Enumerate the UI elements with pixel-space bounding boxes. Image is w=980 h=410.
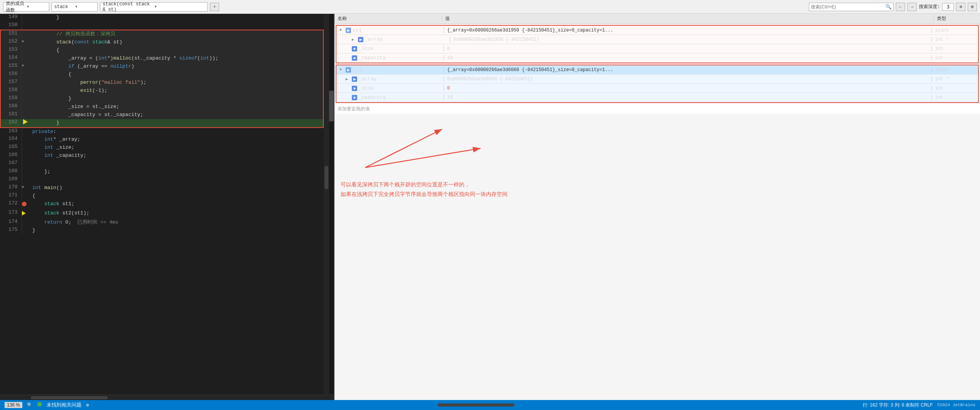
horizontal-scrollbar[interactable] bbox=[0, 395, 334, 400]
table-row: 164 int* _array; bbox=[0, 136, 323, 144]
svg-line-1 bbox=[365, 129, 442, 168]
h-scroll-thumb[interactable] bbox=[31, 396, 108, 399]
table-row: 166 int _capacity; bbox=[0, 152, 323, 160]
code-table: 149 } 150 bbox=[0, 14, 324, 235]
table-row: 163 private: bbox=[0, 128, 323, 136]
status-bar: 136 % 🔍 未找到相关问题 ⚙ 行: 162 字符: 3 列: 6 表制符 … bbox=[0, 400, 980, 410]
add-watch-row[interactable]: 添加要监视的项 bbox=[334, 104, 980, 114]
status-left: 136 % 🔍 未找到相关问题 ⚙ bbox=[5, 402, 89, 408]
st2-array-expand[interactable]: ▶ bbox=[346, 77, 350, 81]
line-149: 149 bbox=[0, 14, 22, 22]
st1-capacity-type: int bbox=[932, 55, 978, 61]
svg-line-2 bbox=[365, 148, 481, 168]
st1-section: ▼ ▶ st1 {_array=0x00000266ae3d1950 {-842… bbox=[336, 25, 979, 63]
vertical-scrollbar[interactable] bbox=[324, 14, 329, 395]
status-right: 行: 162 字符: 3 列: 6 表制符 CRLF ©2024 JetBrai… bbox=[863, 402, 975, 408]
class-dropdown-label: 类的成员函数 bbox=[6, 0, 25, 13]
table-row: 158 exit(-1); bbox=[0, 87, 323, 95]
st2-array-type: int * bbox=[932, 76, 978, 82]
st1-size-icon: ■ bbox=[352, 46, 357, 51]
st2-size-type: int bbox=[932, 86, 978, 91]
st1-value: {_array=0x00000266ae3d1950 {-842150451}_… bbox=[444, 28, 932, 33]
st2-value: {_array=0x00000266ae3d6660 {-842150451}_… bbox=[444, 67, 932, 73]
breakpoint-indicator bbox=[23, 120, 28, 126]
st2-capacity-type: int bbox=[932, 95, 978, 100]
st2-capacity-value: 10 bbox=[444, 95, 932, 100]
watch-header: 名称 值 类型 bbox=[334, 14, 980, 24]
table-row: 151 // 拷贝构造函数：深拷贝 bbox=[0, 30, 323, 38]
st1-size-type: int bbox=[932, 46, 978, 51]
st1-size-row: ▶ ■ _size 0 int bbox=[336, 44, 978, 53]
depth-label: 搜索深度: bbox=[919, 3, 940, 10]
st1-array-value: 0x00000266ae3d1950 {-842150451} bbox=[450, 37, 932, 42]
st2-capacity-icon: ■ bbox=[352, 95, 357, 100]
watch-content-area: ▼ ▶ st1 {_array=0x00000266ae3d1950 {-842… bbox=[334, 24, 980, 400]
st2-array-row: ▶ ▶ _array 0x00000266ae3d6660 {-84215045… bbox=[336, 75, 978, 84]
st1-size-value: 0 bbox=[444, 46, 932, 51]
table-row: 171 { bbox=[0, 192, 323, 200]
st1-size-name: _size bbox=[359, 46, 374, 51]
table-row: 156 { bbox=[0, 71, 323, 79]
st1-array-name: _array bbox=[365, 37, 383, 42]
function-sig-arrow: ▼ bbox=[155, 5, 205, 9]
table-row: 167 bbox=[0, 160, 323, 168]
table-row: 155 ▼ if (_array == nullptr) bbox=[0, 63, 323, 71]
settings-icon[interactable]: ⚙ bbox=[86, 402, 89, 408]
search-box[interactable]: 🔍 bbox=[809, 3, 893, 11]
function-dropdown-label: stack bbox=[54, 4, 74, 10]
zoom-button[interactable]: 136 % bbox=[5, 402, 22, 408]
st2-type: stack bbox=[932, 67, 978, 73]
function-dropdown[interactable]: stack ▼ bbox=[52, 2, 98, 12]
st2-size-name: _size bbox=[359, 85, 374, 91]
table-row: 160 _size = st._size; bbox=[0, 103, 323, 111]
st1-row[interactable]: ▼ ▶ st1 {_array=0x00000266ae3d1950 {-842… bbox=[336, 26, 978, 35]
st2-expand[interactable]: ▼ bbox=[339, 68, 344, 72]
annotation-line2: 如果在浅拷贝下完全拷贝字节序就会导致两个栈区指向同一块内存空间 bbox=[341, 189, 974, 199]
table-row: 169 bbox=[0, 176, 323, 184]
st1-array-expand[interactable]: ▶ bbox=[352, 37, 356, 42]
depth-input[interactable] bbox=[942, 3, 954, 11]
watch-col-value-header: 值 bbox=[442, 15, 934, 22]
st1-var-icon: ▶ bbox=[346, 28, 351, 33]
mini-map bbox=[329, 14, 334, 395]
code-scroll-area[interactable]: 149 } 150 bbox=[0, 14, 324, 395]
table-row: 154 _array = (int*)malloc(st._capacity *… bbox=[0, 55, 323, 63]
table-row: 149 } bbox=[0, 14, 323, 22]
st2-row[interactable]: ▼ ▶ st2 {_array=0x00000266ae3d6660 {-842… bbox=[336, 65, 978, 75]
st1-array-icon: ▶ bbox=[358, 37, 363, 42]
arrows-area bbox=[334, 114, 980, 175]
add-button[interactable]: + bbox=[210, 3, 219, 11]
expand-btn[interactable]: ⊞ bbox=[968, 3, 977, 11]
table-row: 162 } bbox=[0, 119, 323, 128]
st1-expand[interactable]: ▼ bbox=[339, 28, 344, 32]
table-row: 161 _capacity = st._capacity; bbox=[0, 111, 323, 119]
st1-capacity-row: ▶ ■ _capacity 10 int bbox=[336, 53, 978, 63]
table-row: 172 stack st1; bbox=[0, 200, 323, 209]
watch-rows: ▼ ▶ st1 {_array=0x00000266ae3d1950 {-842… bbox=[334, 25, 980, 114]
class-dropdown[interactable]: 类的成员函数 ▼ bbox=[3, 2, 49, 12]
st2-var-icon: ▶ bbox=[346, 67, 351, 73]
table-row: 174 return 0; 已用时间 <= 4ms bbox=[0, 219, 323, 227]
search-input[interactable] bbox=[811, 4, 885, 10]
table-row: 150 bbox=[0, 22, 323, 30]
st2-size-row: ▶ ■ _size 0 int bbox=[336, 84, 978, 93]
search-icon: 🔍 bbox=[885, 4, 892, 10]
options-btn[interactable]: ⚙ bbox=[956, 3, 965, 11]
table-row: 153 { bbox=[0, 46, 323, 55]
st2-name: st2 bbox=[353, 67, 361, 73]
editor-panel: 149 } 150 bbox=[0, 14, 334, 400]
arrow-indicator bbox=[22, 211, 26, 216]
nav-back-btn[interactable]: ← bbox=[896, 3, 905, 11]
nav-forward-btn[interactable]: → bbox=[907, 3, 917, 11]
class-dropdown-arrow: ▼ bbox=[27, 5, 47, 9]
status-circle bbox=[37, 402, 42, 407]
zoom-icon[interactable]: 🔍 bbox=[27, 402, 33, 408]
function-sig-dropdown[interactable]: stack(const stack & st) ▼ bbox=[100, 2, 208, 12]
st2-size-value: 0 bbox=[444, 86, 932, 91]
st1-array-type: int * bbox=[932, 37, 978, 42]
st1-capacity-name: _capacity bbox=[359, 55, 386, 61]
table-row: 173 stack st2(st1); bbox=[0, 209, 323, 219]
function-dropdown-arrow: ▼ bbox=[75, 5, 95, 9]
st2-size-icon: ■ bbox=[352, 86, 357, 91]
scrollbar-thumb[interactable] bbox=[324, 166, 328, 189]
